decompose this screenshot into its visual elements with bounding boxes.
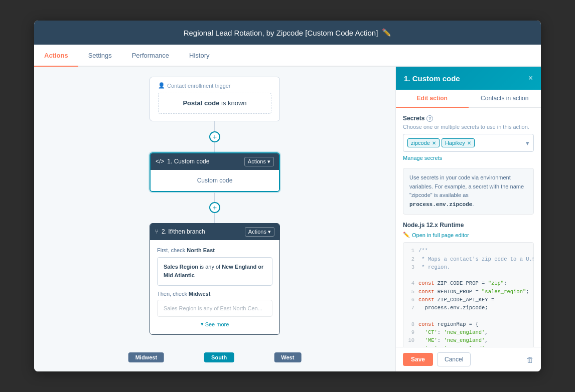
delete-action-icon[interactable]: 🗑 bbox=[526, 355, 534, 364]
connector-2: + bbox=[209, 192, 220, 223]
code-example: process.env.zipcode bbox=[409, 202, 472, 208]
connector-line-1b bbox=[214, 142, 215, 152]
cancel-button[interactable]: Cancel bbox=[437, 352, 471, 366]
action-block-custom-code: </> 1. Custom code Actions ▾ Custom code bbox=[150, 152, 280, 192]
code-line: 4const ZIP_CODE_PROP = "zip"; bbox=[407, 279, 529, 287]
secrets-input[interactable]: zipcode ✕ Hapikey ✕ ▾ bbox=[403, 134, 534, 152]
panel-header: 1. Custom code × bbox=[396, 67, 541, 90]
add-step-btn-1[interactable]: + bbox=[209, 131, 220, 142]
trigger-label: 👤 Contact enrollment trigger bbox=[158, 82, 271, 89]
code-editor: 1/** 2 * Maps a contact's zip code to a … bbox=[403, 242, 534, 347]
branch-tag-west: West bbox=[274, 352, 301, 362]
code-line bbox=[407, 271, 529, 279]
branch-icon: ⑂ bbox=[155, 228, 159, 235]
panel-footer: Save Cancel 🗑 bbox=[396, 347, 541, 371]
code-icon: </> bbox=[156, 158, 164, 165]
runtime-title: Node.js 12.x Runtime bbox=[403, 222, 534, 229]
body-split: 👤 Contact enrollment trigger Postal code… bbox=[34, 67, 541, 371]
panel-tab-contacts[interactable]: Contacts in action bbox=[469, 90, 541, 108]
title-bar-text: Regional Lead Rotation, by Zipcode [Cust… bbox=[184, 28, 392, 37]
secret-tag-hapikey: Hapikey ✕ bbox=[442, 138, 475, 147]
right-panel: 1. Custom code × Edit action Contacts in… bbox=[395, 67, 541, 371]
secrets-help-icon[interactable]: ? bbox=[426, 115, 433, 122]
secrets-dropdown-arrow[interactable]: ▾ bbox=[526, 139, 529, 147]
canvas-area: 👤 Contact enrollment trigger Postal code… bbox=[34, 67, 395, 371]
trigger-block: 👤 Contact enrollment trigger Postal code… bbox=[150, 77, 280, 121]
action-header: </> 1. Custom code Actions ▾ bbox=[151, 153, 279, 170]
connector-line-1 bbox=[214, 121, 215, 131]
close-panel-icon[interactable]: × bbox=[528, 74, 533, 83]
code-line: 10 'ME': 'new_england', bbox=[407, 336, 529, 344]
action-header-left: </> 1. Custom code bbox=[156, 158, 209, 165]
branch-tag-midwest: Midwest bbox=[128, 352, 164, 362]
workflow-title: Regional Lead Rotation, by Zipcode [Cust… bbox=[184, 29, 378, 37]
first-check-value: North East bbox=[187, 247, 215, 253]
branch-dropdown-btn[interactable]: Actions ▾ bbox=[245, 227, 274, 237]
save-button[interactable]: Save bbox=[403, 353, 433, 366]
trigger-condition: Postal code is known bbox=[158, 93, 271, 114]
tab-actions[interactable]: Actions bbox=[34, 45, 78, 67]
secret-tag-zipcode: zipcode ✕ bbox=[407, 138, 440, 147]
person-icon: 👤 bbox=[158, 82, 165, 89]
workflow-container: 👤 Contact enrollment trigger Postal code… bbox=[34, 77, 395, 335]
code-line: 7 process.env.zipcode; bbox=[407, 304, 529, 312]
panel-body: Secrets ? Choose one or multiple secrets… bbox=[396, 108, 541, 347]
connector-line-2a bbox=[214, 192, 215, 202]
tab-history[interactable]: History bbox=[179, 45, 219, 67]
code-line: 1/** bbox=[407, 247, 529, 255]
pencil-icon: ✏️ bbox=[403, 232, 410, 238]
add-step-btn-2[interactable]: + bbox=[209, 202, 220, 213]
edit-title-icon[interactable]: ✏️ bbox=[382, 28, 391, 37]
bottom-tags: Midwest South West bbox=[128, 352, 302, 362]
then-check-value: Midwest bbox=[189, 291, 210, 297]
code-line bbox=[407, 312, 529, 320]
tab-settings[interactable]: Settings bbox=[78, 45, 122, 67]
open-editor-link[interactable]: ✏️ Open in full page editor bbox=[403, 232, 534, 238]
action-title: 1. Custom code bbox=[167, 158, 209, 165]
code-line: 2 * Maps a contact's zip code to a U.S. bbox=[407, 255, 529, 263]
title-bar: Regional Lead Rotation, by Zipcode [Cust… bbox=[34, 21, 541, 45]
action-dropdown-btn[interactable]: Actions ▾ bbox=[244, 157, 274, 166]
branch-header-left: ⑂ 2. If/then branch bbox=[155, 228, 205, 235]
panel-tab-edit-action[interactable]: Edit action bbox=[396, 90, 469, 108]
branch-title: 2. If/then branch bbox=[162, 228, 205, 235]
connector-1: + bbox=[209, 121, 220, 152]
first-check-label: First, check North East bbox=[157, 247, 272, 253]
tab-bar: Actions Settings Performance History bbox=[34, 45, 541, 67]
branch-body: First, check North East Sales Region is … bbox=[150, 240, 279, 335]
branch-condition-midwest: Sales Region is any of East North Cen... bbox=[157, 300, 272, 317]
action-body: Custom code bbox=[151, 170, 279, 191]
connector-line-2b bbox=[214, 213, 215, 223]
secrets-subtitle: Choose one or multiple secrets to use in… bbox=[403, 124, 534, 130]
secrets-title: Secrets ? bbox=[403, 115, 534, 122]
remove-zipcode-btn[interactable]: ✕ bbox=[432, 140, 436, 146]
secrets-info-box: Use secrets in your code via environment… bbox=[403, 168, 534, 215]
code-line: 3 * region. bbox=[407, 263, 529, 271]
code-line: 9 'CT': 'new_england', bbox=[407, 328, 529, 336]
panel-tabs: Edit action Contacts in action bbox=[396, 90, 541, 108]
code-line: 5const REGION_PROP = "sales_region"; bbox=[407, 288, 529, 296]
code-line: 8const regionMap = { bbox=[407, 320, 529, 328]
branch-condition-north-east: Sales Region is any of New England or Mi… bbox=[157, 257, 272, 286]
panel-title: 1. Custom code bbox=[404, 74, 460, 83]
see-more-btn[interactable]: ▾ See more bbox=[157, 321, 272, 327]
manage-secrets-link[interactable]: Manage secrets bbox=[403, 155, 442, 161]
code-line: 6const ZIP_CODE_API_KEY = bbox=[407, 296, 529, 304]
branch-tag-south: South bbox=[204, 352, 234, 362]
tab-performance[interactable]: Performance bbox=[122, 45, 179, 67]
main-window: Regional Lead Rotation, by Zipcode [Cust… bbox=[34, 21, 541, 371]
branch-header: ⑂ 2. If/then branch Actions ▾ bbox=[150, 224, 279, 240]
remove-hapikey-btn[interactable]: ✕ bbox=[467, 140, 471, 146]
then-check-label: Then, check Midwest bbox=[157, 291, 272, 297]
branch-block: ⑂ 2. If/then branch Actions ▾ First, che… bbox=[150, 223, 280, 335]
